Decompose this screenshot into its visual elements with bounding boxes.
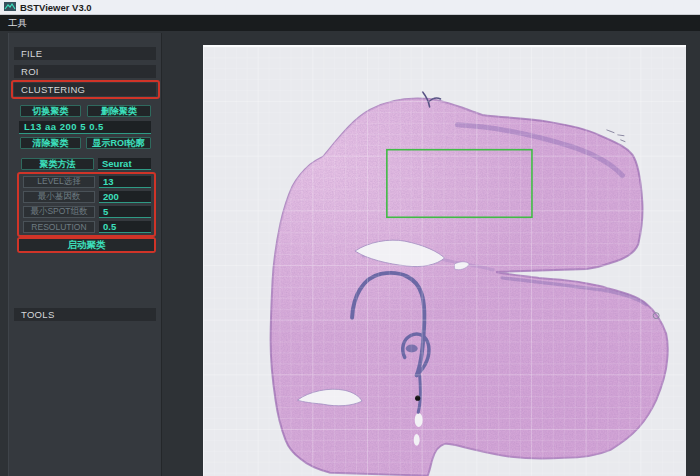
min-genes-field[interactable]: 200 bbox=[99, 191, 151, 203]
show-roi-outline-button[interactable]: 显示ROI轮廓 bbox=[86, 137, 151, 149]
panel-header-roi[interactable]: ROI bbox=[14, 65, 156, 78]
slide-viewer-canvas[interactable] bbox=[203, 45, 686, 476]
min-spots-field[interactable]: 5 bbox=[99, 206, 151, 218]
level-select-field[interactable]: 13 bbox=[99, 176, 151, 188]
param-row-min-spots: 最小SPOT组数 5 bbox=[9, 206, 163, 218]
titlebar: BSTViewer V3.0 bbox=[0, 0, 700, 15]
cluster-method-button[interactable]: 聚类方法 bbox=[21, 158, 94, 170]
histology-slide-image bbox=[204, 47, 684, 476]
app-window: BSTViewer V3.0 工具 FILE ROI CLUSTERING 切换… bbox=[0, 0, 700, 476]
delete-cluster-button[interactable]: 删除聚类 bbox=[87, 105, 151, 117]
param-row-min-genes: 最小基因数 200 bbox=[9, 191, 163, 203]
cluster-method-value[interactable]: Seurat bbox=[98, 158, 151, 170]
app-body: FILE ROI CLUSTERING 切换聚类 删除聚类 L13 aa 200… bbox=[0, 31, 700, 476]
param-row-resolution: RESOLUTION 0.5 bbox=[9, 221, 163, 233]
sidebar: FILE ROI CLUSTERING 切换聚类 删除聚类 L13 aa 200… bbox=[8, 33, 162, 476]
panel-header-tools[interactable]: TOOLS bbox=[14, 308, 156, 321]
window-title: BSTViewer V3.0 bbox=[20, 0, 92, 15]
start-clustering-button[interactable]: 启动聚类 bbox=[19, 239, 154, 251]
min-genes-label: 最小基因数 bbox=[23, 191, 95, 203]
resolution-label: RESOLUTION bbox=[23, 221, 95, 233]
min-spots-label: 最小SPOT组数 bbox=[23, 206, 95, 218]
panel-header-clustering[interactable]: CLUSTERING bbox=[14, 83, 156, 96]
param-row-level: LEVEL选择 13 bbox=[9, 176, 163, 188]
menu-item-tools[interactable]: 工具 bbox=[0, 15, 35, 31]
level-select-label: LEVEL选择 bbox=[23, 176, 95, 188]
app-icon bbox=[4, 2, 16, 12]
panel-header-file[interactable]: FILE bbox=[14, 47, 156, 60]
clear-cluster-button[interactable]: 清除聚类 bbox=[20, 137, 81, 149]
cluster-select-dropdown[interactable]: L13 aa 200 5 0.5 bbox=[19, 121, 151, 134]
menubar: 工具 bbox=[0, 15, 700, 31]
switch-cluster-button[interactable]: 切换聚类 bbox=[20, 105, 81, 117]
resolution-field[interactable]: 0.5 bbox=[99, 221, 151, 233]
